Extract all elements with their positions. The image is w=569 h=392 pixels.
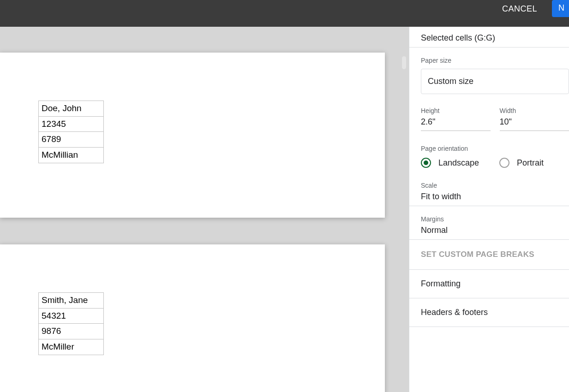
scrollbar-thumb[interactable] bbox=[402, 56, 406, 69]
next-button[interactable]: N bbox=[552, 0, 569, 17]
preview-cells: Doe, John 12345 6789 McMillian bbox=[38, 101, 104, 163]
cell: McMiller bbox=[39, 339, 103, 355]
print-preview-area: Doe, John 12345 6789 McMillian Smith, Ja… bbox=[0, 27, 409, 392]
orientation-label: Page orientation bbox=[421, 145, 569, 152]
paper-size-label: Paper size bbox=[409, 57, 569, 64]
custom-dimensions: Height Width bbox=[409, 94, 569, 131]
scale-label: Scale bbox=[409, 182, 569, 190]
set-custom-page-breaks-button[interactable]: SET CUSTOM PAGE BREAKS bbox=[409, 240, 569, 270]
cell: 54321 bbox=[39, 309, 103, 324]
preview-page: Smith, Jane 54321 9876 McMiller bbox=[0, 244, 385, 392]
cell: Doe, John bbox=[39, 101, 103, 117]
orientation-landscape-radio[interactable]: Landscape bbox=[421, 158, 479, 168]
top-bar: CANCEL N bbox=[0, 0, 569, 27]
print-range-dropdown[interactable]: Selected cells (G:G) bbox=[409, 27, 569, 48]
cell: 12345 bbox=[39, 117, 103, 132]
height-label: Height bbox=[421, 107, 491, 114]
cell: McMillian bbox=[39, 148, 103, 163]
cell: 6789 bbox=[39, 132, 103, 148]
width-label: Width bbox=[500, 107, 569, 114]
height-input[interactable] bbox=[421, 114, 491, 131]
preview-page: Doe, John 12345 6789 McMillian bbox=[0, 53, 385, 218]
orientation-portrait-label: Portrait bbox=[517, 158, 544, 168]
margins-label: Margins bbox=[409, 215, 569, 224]
headers-footers-expander[interactable]: Headers & footers bbox=[409, 298, 569, 327]
cell: Smith, Jane bbox=[39, 293, 103, 309]
cancel-button[interactable]: CANCEL bbox=[502, 0, 545, 14]
paper-size-select[interactable]: Custom size bbox=[421, 69, 569, 94]
width-input[interactable] bbox=[500, 114, 569, 131]
preview-cells: Smith, Jane 54321 9876 McMiller bbox=[38, 292, 104, 355]
radio-off-icon bbox=[499, 158, 509, 168]
margins-dropdown[interactable]: Normal bbox=[409, 224, 569, 240]
orientation-landscape-label: Landscape bbox=[438, 158, 479, 168]
radio-on-icon bbox=[421, 158, 431, 168]
print-settings-sidebar: Selected cells (G:G) Paper size Custom s… bbox=[409, 27, 569, 392]
print-range-value[interactable]: Selected cells (G:G) bbox=[409, 31, 569, 48]
scale-dropdown[interactable]: Fit to width bbox=[409, 190, 569, 206]
cell: 9876 bbox=[39, 324, 103, 339]
formatting-expander[interactable]: Formatting bbox=[409, 270, 569, 298]
orientation-portrait-radio[interactable]: Portrait bbox=[499, 158, 544, 168]
